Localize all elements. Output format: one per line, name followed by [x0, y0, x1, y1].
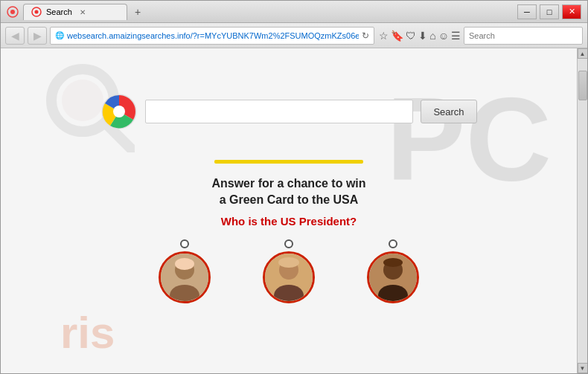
- promo-title: Answer for a chance to win a Green Card …: [159, 175, 419, 209]
- titlebar: Search ✕ + ─ □ ✕: [1, 1, 587, 23]
- navbar: ◀ ▶ 🌐 ↻ ☆ 🔖 🛡 ⬇ ⌂ ☺ ☰: [1, 23, 587, 48]
- promo-section: Answer for a chance to win a Green Card …: [159, 175, 419, 303]
- star-icon[interactable]: ☆: [379, 30, 389, 42]
- person-2-silhouette: [265, 254, 313, 301]
- bookmark-icon[interactable]: 🔖: [391, 30, 403, 42]
- active-tab[interactable]: Search ✕: [23, 4, 127, 20]
- menu-icon[interactable]: ☰: [451, 30, 461, 42]
- answer-option-3[interactable]: [367, 239, 419, 303]
- svg-point-20: [383, 258, 403, 267]
- content-area: PC ris: [1, 48, 587, 373]
- back-button[interactable]: ◀: [5, 27, 25, 45]
- promo-line1: Answer for a chance to win: [211, 177, 365, 190]
- home-icon[interactable]: ⌂: [429, 30, 435, 42]
- user-icon[interactable]: ☺: [438, 30, 449, 42]
- scrollbar[interactable]: ▲ ▼: [577, 48, 587, 373]
- address-input[interactable]: [67, 31, 359, 40]
- promo-question: Who is the US President?: [159, 215, 419, 228]
- new-tab-button[interactable]: +: [130, 4, 145, 19]
- site-logo: [100, 93, 138, 130]
- browser-icon: [7, 6, 19, 18]
- download-icon[interactable]: ⬇: [418, 30, 427, 42]
- main-search-input[interactable]: [145, 100, 413, 123]
- search-section: Search Answer for a chance to win a Gree…: [1, 48, 577, 303]
- address-bar[interactable]: 🌐 ↻: [50, 27, 374, 45]
- lock-icon: 🌐: [55, 31, 64, 39]
- promo-line2: a Green Card to the USA: [220, 193, 359, 206]
- svg-point-3: [35, 10, 39, 14]
- svg-point-16: [278, 257, 299, 268]
- tab-favicon: [31, 7, 42, 17]
- risk-watermark: ris: [60, 307, 115, 358]
- answer-options: [159, 239, 419, 303]
- scroll-up-arrow[interactable]: ▲: [578, 48, 588, 59]
- scrollbar-thumb[interactable]: [578, 71, 587, 100]
- person-3-silhouette: [369, 254, 417, 301]
- search-button[interactable]: Search: [421, 100, 476, 123]
- radio-3[interactable]: [389, 239, 397, 248]
- tab-close-button[interactable]: ✕: [80, 8, 86, 16]
- person-image-1: [159, 251, 211, 303]
- tab-title: Search: [46, 7, 72, 16]
- search-bar-nav[interactable]: [464, 27, 583, 45]
- radio-1[interactable]: [180, 239, 189, 248]
- answer-option-1[interactable]: [159, 239, 211, 303]
- shield-icon: 🛡: [406, 30, 416, 42]
- person-image-2: [263, 251, 315, 303]
- yellow-divider: [214, 160, 363, 164]
- search-row: Search: [100, 93, 476, 130]
- person-image-3: [367, 251, 419, 303]
- scroll-down-arrow[interactable]: ▼: [578, 363, 588, 373]
- browser-window: Search ✕ + ─ □ ✕ ◀ ▶ 🌐 ↻ ☆ 🔖 🛡 ⬇ ⌂ ☺ ☰: [0, 0, 588, 374]
- radio-2[interactable]: [284, 239, 293, 248]
- forward-button[interactable]: ▶: [28, 27, 47, 45]
- webpage: PC ris: [1, 48, 577, 373]
- close-button[interactable]: ✕: [562, 4, 581, 19]
- nav-icons: ☆ 🔖 🛡 ⬇ ⌂ ☺ ☰: [379, 30, 461, 42]
- person-1-silhouette: [161, 254, 208, 301]
- svg-point-1: [10, 10, 15, 14]
- nav-search-input[interactable]: [469, 31, 578, 40]
- minimize-button[interactable]: ─: [517, 4, 537, 19]
- window-controls: ─ □ ✕: [517, 4, 581, 19]
- svg-point-8: [113, 106, 125, 117]
- answer-option-2[interactable]: [263, 239, 315, 303]
- maximize-button[interactable]: □: [540, 4, 559, 19]
- refresh-button[interactable]: ↻: [362, 30, 369, 41]
- svg-point-12: [175, 258, 194, 270]
